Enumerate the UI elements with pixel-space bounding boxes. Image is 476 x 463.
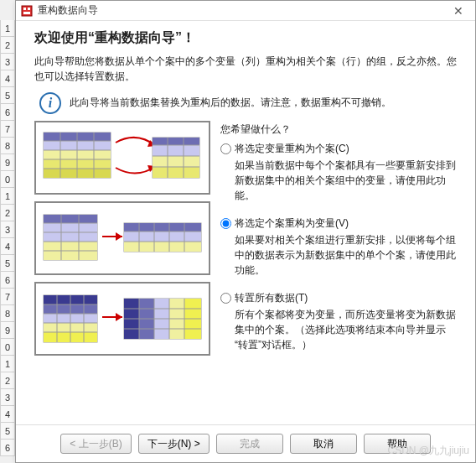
illustration-column [34, 121, 210, 357]
cancel-button[interactable]: 取消 [290, 434, 357, 454]
radio-input-1[interactable] [220, 143, 231, 154]
window-title: 重构数据向导 [38, 3, 447, 18]
row-header: 5 [0, 423, 15, 440]
row-header: 7 [0, 289, 15, 305]
svg-marker-39 [116, 232, 122, 241]
row-header: 6 [0, 440, 15, 456]
svg-rect-21 [153, 145, 199, 156]
next-button[interactable]: 下一步(N) > [138, 434, 210, 454]
radio-input-2[interactable] [220, 218, 231, 229]
svg-marker-63 [116, 313, 122, 321]
button-bar: < 上一步(B) 下一步(N) > 完成 取消 帮助 [16, 424, 475, 462]
illustration-vars-to-cases [34, 121, 210, 195]
row-header: 4 [0, 406, 15, 423]
row-header: 5 [0, 255, 15, 272]
svg-rect-20 [153, 138, 199, 145]
option-label: 将选定变量重构为个案(C) [235, 142, 349, 156]
row-header: 8 [0, 305, 15, 322]
row-header: 1 [0, 20, 15, 37]
spreadsheet-row-headers: 12345678901234567890123456 [0, 20, 15, 456]
row-header: 2 [0, 205, 15, 221]
svg-rect-43 [124, 242, 201, 252]
finish-button[interactable]: 完成 [216, 434, 283, 454]
row-header: 3 [0, 389, 15, 406]
svg-rect-42 [124, 232, 201, 242]
svg-rect-3 [23, 12, 30, 14]
svg-rect-41 [124, 223, 201, 232]
row-header: 5 [0, 87, 15, 104]
row-header: 9 [0, 322, 15, 339]
option-transpose: 转置所有数据(T) 所有个案都将变为变量，而所选变量将变为新数据集中的个案。（选… [220, 291, 457, 352]
row-header: 1 [0, 188, 15, 205]
info-row: i 此向导将当前数据集替换为重构后的数据。请注意，数据重构不可撤销。 [34, 92, 457, 114]
radio-cases-to-vars[interactable]: 将选定个案重构为变量(V) [220, 216, 457, 231]
row-header: 2 [0, 37, 15, 54]
back-button[interactable]: < 上一步(B) [60, 434, 131, 454]
info-icon: i [39, 92, 61, 114]
svg-rect-23 [153, 167, 199, 178]
dialog-content: 欢迎使用“重构数据向导”！ 此向导帮助您将数据从单个个案中的多个变量（列）重构为… [16, 21, 475, 362]
info-text: 此向导将当前数据集替换为重构后的数据。请注意，数据重构不可撤销。 [70, 92, 391, 110]
app-icon [21, 5, 33, 17]
row-header: 3 [0, 54, 15, 70]
row-header: 7 [0, 121, 15, 138]
options-column: 您希望做什么？ 将选定变量重构为个案(C) 如果当前数据中每个个案都具有一些要重… [220, 121, 457, 357]
svg-rect-1 [23, 8, 26, 10]
row-header: 3 [0, 221, 15, 238]
option-desc: 所有个案都将变为变量，而所选变量将变为新数据集中的个案。（选择此选项将结束本向导… [235, 307, 457, 352]
svg-rect-2 [28, 8, 30, 10]
row-header: 4 [0, 70, 15, 87]
page-heading: 欢迎使用“重构数据向导”！ [34, 29, 457, 47]
illustration-cases-to-vars [34, 201, 210, 275]
main-area: 您希望做什么？ 将选定变量重构为个案(C) 如果当前数据中每个个案都具有一些要重… [34, 121, 457, 357]
row-header: 2 [0, 372, 15, 389]
option-desc: 如果当前数据中每个个案都具有一些要重新安排到新数据集中的相关个案组中的变量，请使… [235, 158, 457, 203]
row-header: 4 [0, 238, 15, 255]
row-header: 6 [0, 272, 15, 289]
close-icon[interactable]: ✕ [447, 4, 470, 18]
option-vars-to-cases: 将选定变量重构为个案(C) 如果当前数据中每个个案都具有一些要重新安排到新数据集… [220, 142, 457, 203]
row-header: 0 [0, 171, 15, 188]
option-label: 转置所有数据(T) [235, 291, 308, 305]
row-header: 8 [0, 138, 15, 154]
title-bar: 重构数据向导 ✕ [16, 1, 475, 21]
wizard-dialog: 重构数据向导 ✕ 欢迎使用“重构数据向导”！ 此向导帮助您将数据从单个个案中的多… [15, 0, 476, 463]
option-cases-to-vars: 将选定个案重构为变量(V) 如果要对相关个案组进行重新安排，以便将每个组中的数据… [220, 216, 457, 278]
option-desc: 如果要对相关个案组进行重新安排，以便将每个组中的数据表示为新数据集中的单个个案，… [235, 232, 457, 278]
radio-vars-to-cases[interactable]: 将选定变量重构为个案(C) [220, 142, 457, 156]
illustration-transpose [34, 282, 210, 356]
question-title: 您希望做什么？ [220, 122, 457, 137]
radio-transpose[interactable]: 转置所有数据(T) [220, 291, 457, 305]
intro-text: 此向导帮助您将数据从单个个案中的多个变量（列）重构为相关个案（行）的组，反之亦然… [34, 54, 457, 84]
help-button[interactable]: 帮助 [364, 434, 431, 454]
svg-rect-0 [22, 6, 32, 16]
svg-rect-22 [153, 156, 199, 167]
option-label: 将选定个案重构为变量(V) [235, 216, 349, 231]
row-header: 6 [0, 104, 15, 121]
row-header: 0 [0, 339, 15, 356]
radio-input-3[interactable] [220, 293, 231, 304]
row-header: 1 [0, 356, 15, 372]
svg-rect-30 [44, 215, 97, 223]
row-header: 9 [0, 154, 15, 171]
